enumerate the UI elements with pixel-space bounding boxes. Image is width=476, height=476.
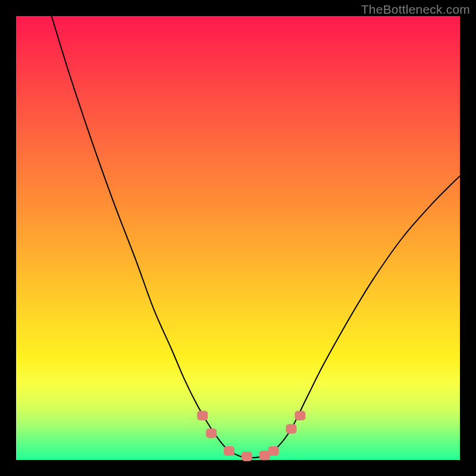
chart-marker xyxy=(268,446,279,456)
chart-markers xyxy=(197,411,305,461)
chart-marker xyxy=(197,411,208,420)
chart-curve xyxy=(52,16,460,458)
chart-marker xyxy=(295,411,305,420)
watermark-text: TheBottleneck.com xyxy=(361,2,470,17)
chart-marker xyxy=(224,446,234,456)
chart-frame: TheBottleneck.com xyxy=(0,0,476,476)
chart-marker xyxy=(242,452,252,461)
chart-marker xyxy=(286,424,297,434)
chart-marker xyxy=(206,428,217,438)
chart-overlay xyxy=(16,16,460,460)
